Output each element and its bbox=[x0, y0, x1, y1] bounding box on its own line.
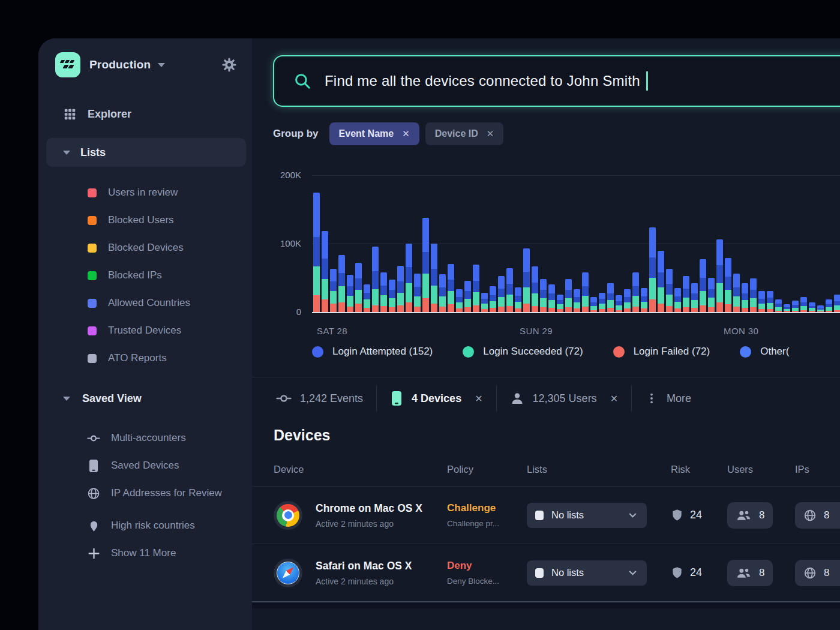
stacked-bar[interactable] bbox=[800, 297, 807, 312]
stacked-bar[interactable] bbox=[422, 218, 429, 312]
stacked-bar[interactable] bbox=[380, 272, 387, 312]
stacked-bar[interactable] bbox=[540, 279, 547, 312]
stacked-bar[interactable] bbox=[397, 266, 404, 312]
sidebar-item-explorer[interactable]: Explorer bbox=[38, 101, 252, 127]
stacked-bar[interactable] bbox=[708, 278, 715, 312]
stacked-bar[interactable] bbox=[565, 279, 572, 312]
stacked-bar[interactable] bbox=[431, 244, 437, 312]
stacked-bar[interactable] bbox=[826, 299, 832, 312]
stacked-bar[interactable] bbox=[742, 283, 748, 312]
stacked-bar[interactable] bbox=[355, 263, 362, 312]
gear-icon[interactable] bbox=[222, 58, 236, 72]
stacked-bar[interactable] bbox=[414, 274, 421, 312]
stacked-bar[interactable] bbox=[674, 288, 681, 312]
stacked-bar[interactable] bbox=[700, 259, 706, 312]
stacked-bar[interactable] bbox=[389, 280, 395, 312]
stacked-bar[interactable] bbox=[330, 269, 337, 312]
ips-pill[interactable]: 8 bbox=[795, 560, 840, 586]
stacked-bar[interactable] bbox=[347, 275, 353, 312]
stacked-bar[interactable] bbox=[557, 295, 563, 312]
stacked-bar[interactable] bbox=[817, 305, 824, 312]
stacked-bar[interactable] bbox=[448, 264, 454, 312]
stacked-bar[interactable] bbox=[439, 274, 446, 312]
table-row[interactable]: Chrome on Mac OS XActive 2 minutes agoCh… bbox=[252, 487, 840, 544]
sidebar-list-item[interactable]: Allowed Countries bbox=[38, 289, 252, 317]
users-stat[interactable]: 12,305 Users ✕ bbox=[497, 391, 631, 406]
legend-item[interactable]: Other( bbox=[740, 346, 789, 358]
stacked-bar[interactable] bbox=[574, 289, 580, 312]
stacked-bar[interactable] bbox=[624, 289, 631, 312]
stacked-bar[interactable] bbox=[582, 272, 589, 312]
sidebar-item-lists[interactable]: Lists bbox=[46, 138, 246, 167]
stacked-bar[interactable] bbox=[658, 251, 664, 312]
devices-stat[interactable]: 4 Devices ✕ bbox=[377, 391, 496, 406]
stacked-bar[interactable] bbox=[473, 265, 479, 312]
stacked-bar[interactable] bbox=[792, 301, 799, 312]
search-input[interactable]: Find me all the devices connected to Joh… bbox=[325, 73, 640, 89]
stacked-bar[interactable] bbox=[364, 284, 370, 312]
close-icon[interactable]: ✕ bbox=[475, 393, 482, 404]
users-pill[interactable]: 8 bbox=[727, 502, 773, 529]
stacked-bar[interactable] bbox=[506, 268, 513, 312]
users-pill[interactable]: 8 bbox=[727, 560, 773, 586]
stacked-bar[interactable] bbox=[338, 255, 345, 312]
stacked-bars[interactable] bbox=[313, 175, 840, 312]
stacked-bar[interactable] bbox=[515, 287, 521, 312]
search-bar[interactable]: Find me all the devices connected to Joh… bbox=[273, 55, 840, 107]
stacked-bar[interactable] bbox=[725, 258, 731, 312]
sidebar-list-item[interactable]: Users in review bbox=[38, 179, 252, 206]
stacked-bar[interactable] bbox=[733, 274, 740, 312]
lists-dropdown[interactable]: No lists bbox=[527, 503, 647, 528]
stacked-bar[interactable] bbox=[599, 293, 605, 312]
close-icon[interactable]: ✕ bbox=[610, 393, 618, 404]
events-stat[interactable]: 1,242 Events bbox=[276, 391, 376, 406]
stacked-bar[interactable] bbox=[632, 272, 639, 312]
stacked-bar[interactable] bbox=[834, 295, 840, 312]
sidebar-list-item[interactable]: Blocked Devices bbox=[38, 234, 252, 262]
saved-view-item[interactable]: Show 11 More bbox=[38, 539, 252, 567]
stacked-bar[interactable] bbox=[649, 227, 656, 312]
stacked-bar[interactable] bbox=[490, 286, 496, 312]
stacked-bar[interactable] bbox=[775, 299, 782, 312]
stacked-bar[interactable] bbox=[616, 295, 622, 312]
group-by-chip[interactable]: Event Name✕ bbox=[329, 122, 419, 145]
table-row[interactable]: Safari on Mac OS XActive 2 minutes agoDe… bbox=[252, 544, 840, 601]
stacked-bar[interactable] bbox=[313, 193, 320, 312]
stacked-bar[interactable] bbox=[406, 244, 412, 312]
saved-view-item[interactable]: Saved Devices bbox=[38, 452, 252, 479]
sidebar-item-saved-view[interactable]: Saved View bbox=[38, 385, 252, 412]
stacked-bar[interactable] bbox=[641, 288, 647, 312]
group-by-chip[interactable]: Device ID✕ bbox=[425, 122, 504, 145]
more-stat[interactable]: More bbox=[632, 391, 704, 406]
stacked-bar[interactable] bbox=[758, 291, 765, 312]
stacked-bar[interactable] bbox=[548, 284, 555, 312]
sidebar-list-item[interactable]: ATO Reports bbox=[38, 344, 252, 372]
stacked-bar[interactable] bbox=[666, 269, 673, 312]
stacked-bar[interactable] bbox=[809, 302, 815, 312]
stacked-bar[interactable] bbox=[498, 276, 505, 312]
stacked-bar[interactable] bbox=[607, 283, 614, 312]
workspace-switcher[interactable]: Production bbox=[38, 52, 252, 78]
sidebar-list-item[interactable]: Blocked IPs bbox=[38, 262, 252, 289]
close-icon[interactable]: ✕ bbox=[487, 128, 494, 139]
ips-pill[interactable]: 8 bbox=[795, 502, 840, 529]
legend-item[interactable]: Login Failed (72) bbox=[613, 346, 710, 358]
stacked-bar[interactable] bbox=[767, 291, 773, 312]
saved-view-item[interactable]: High risk countries bbox=[38, 512, 252, 539]
legend-item[interactable]: Login Attempted (152) bbox=[312, 346, 433, 358]
saved-view-item[interactable]: Multi-accounters bbox=[38, 424, 252, 452]
stacked-bar[interactable] bbox=[784, 304, 790, 312]
stacked-bar[interactable] bbox=[523, 248, 530, 312]
close-icon[interactable]: ✕ bbox=[402, 128, 410, 139]
stacked-bar[interactable] bbox=[590, 297, 597, 312]
stacked-bar[interactable] bbox=[691, 283, 698, 312]
stacked-bar[interactable] bbox=[372, 247, 379, 312]
saved-view-item[interactable]: IP Addresses for Review bbox=[38, 479, 252, 507]
sidebar-list-item[interactable]: Blocked Users bbox=[38, 206, 252, 234]
stacked-bar[interactable] bbox=[716, 239, 723, 312]
lists-dropdown[interactable]: No lists bbox=[527, 560, 647, 586]
stacked-bar[interactable] bbox=[464, 281, 471, 312]
stacked-bar[interactable] bbox=[532, 266, 538, 312]
legend-item[interactable]: Login Succeeded (72) bbox=[463, 346, 583, 358]
stacked-bar[interactable] bbox=[456, 289, 463, 312]
